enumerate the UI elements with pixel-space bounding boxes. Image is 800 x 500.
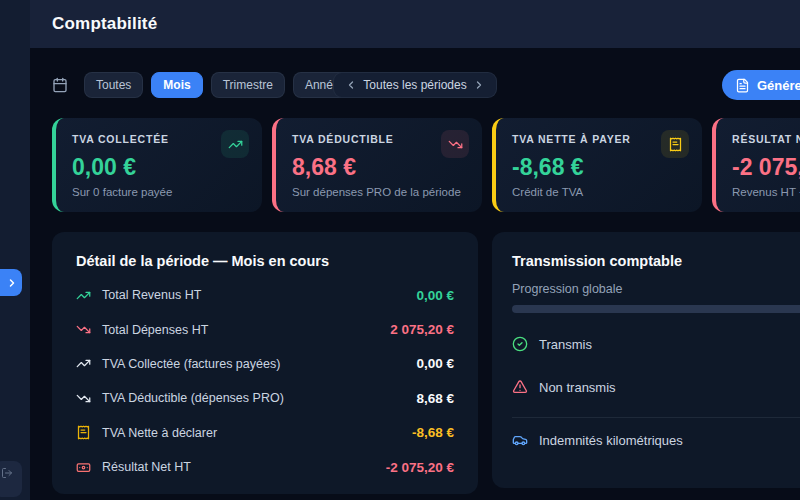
period-label: Toutes les périodes [363,78,466,92]
car-icon [512,432,528,448]
transmission-row-label: Indemnités kilométriques [539,433,683,448]
detail-row-value: -8,68 € [412,425,454,440]
kpi-icon-tile [441,130,469,158]
kpi-card-value: -8,68 € [512,154,688,181]
sidebar-logout-tile[interactable] [0,461,22,497]
detail-row-value: 0,00 € [416,356,454,371]
filter-row: Toutes Mois Trimestre Année [52,72,352,98]
chevron-left-icon [345,79,357,91]
receipt-icon [76,425,91,440]
trending-down-icon [76,322,91,337]
chevron-right-icon [6,277,18,289]
period-detail-title: Détail de la période — Mois en cours [76,253,454,269]
kpi-card-label: RÉSULTAT NET HT [732,133,800,145]
detail-row-label: TVA Nette à déclarer [102,426,217,440]
kpi-card-resultat-net: RÉSULTAT NET HT -2 075,20 € Revenus HT −… [712,118,800,212]
detail-row-value: -2 075,20 € [386,460,454,475]
kpi-card-subtitle: Sur dépenses PRO de la période [292,186,468,198]
kpi-card-subtitle: Sur 0 facture payée [72,186,248,198]
period-detail-rows: Total Revenus HT 0,00 € Total Dépenses H… [76,278,454,484]
tab-trimestre[interactable]: Trimestre [211,72,285,98]
trending-down-icon [448,137,463,152]
kpi-card-subtitle: Revenus HT − Dépenses HT [732,186,800,198]
alert-triangle-icon [512,379,528,395]
kpi-card-subtitle: Crédit de TVA [512,186,688,198]
kpi-card-tva-nette: TVA NETTE À PAYER -8,68 € Crédit de TVA [492,118,702,212]
period-selector[interactable]: Toutes les périodes [333,72,497,98]
trending-up-icon [76,288,91,303]
detail-row-label: Résultat Net HT [102,460,191,474]
kpi-icon-tile [221,130,249,158]
divider [512,417,800,418]
sidebar-expand-button[interactable] [0,269,22,296]
transmission-row-indemnites[interactable]: Indemnités kilométriques [512,428,800,452]
transmission-row-label: Transmis [539,337,592,352]
topbar: Comptabilité [30,0,800,48]
detail-row-label: TVA Déductible (dépenses PRO) [102,391,284,405]
detail-row-resultat-net: Résultat Net HT -2 075,20 € [76,450,454,484]
tab-toutes[interactable]: Toutes [84,72,143,98]
detail-row-total-revenus: Total Revenus HT 0,00 € [76,278,454,312]
detail-row-label: TVA Collectée (factures payées) [102,357,280,371]
generate-report-label: Générer l' [757,78,800,93]
kpi-card-value: 0,00 € [72,154,248,181]
file-text-icon [735,78,750,93]
page-title: Comptabilité [52,14,157,34]
detail-row-value: 0,00 € [416,288,454,303]
trending-down-icon [76,391,91,406]
detail-row-label: Total Dépenses HT [102,323,208,337]
period-prev-button[interactable] [345,79,357,91]
chevron-right-icon [473,79,485,91]
period-next-button[interactable] [473,79,485,91]
receipt-icon [668,137,683,152]
kpi-card-tva-deductible: TVA DÉDUCTIBLE 8,68 € Sur dépenses PRO d… [272,118,482,212]
trending-up-icon [228,137,243,152]
banknote-icon [76,460,91,475]
kpi-card-tva-collectee: TVA COLLECTÉE 0,00 € Sur 0 facture payée [52,118,262,212]
detail-row-tva-deductible: TVA Déductible (dépenses PRO) 8,68 € [76,381,454,415]
generate-report-button[interactable]: Générer l' [722,70,800,100]
transmission-row-label: Non transmis [539,380,616,395]
kpi-icon-tile [661,130,689,158]
kpi-card-value: 8,68 € [292,154,468,181]
detail-row-tva-nette: TVA Nette à déclarer -8,68 € [76,416,454,450]
transmission-row-non-transmis[interactable]: Non transmis [512,375,800,399]
calendar-icon [52,77,68,93]
detail-row-value: 8,68 € [416,391,454,406]
detail-row-total-depenses: Total Dépenses HT 2 075,20 € [76,312,454,346]
detail-row-tva-collectee: TVA Collectée (factures payées) 0,00 € [76,347,454,381]
transmission-panel: Transmission comptable Progression globa… [492,232,800,488]
logout-icon [1,467,13,479]
check-circle-icon [512,336,528,352]
detail-row-value: 2 075,20 € [390,322,454,337]
tab-mois[interactable]: Mois [151,72,202,98]
transmission-row-transmis[interactable]: Transmis [512,332,800,356]
progress-label: Progression globale [512,282,800,296]
trending-up-icon [76,356,91,371]
sidebar [0,0,30,500]
kpi-card-value: -2 075,20 € [732,154,800,181]
transmission-title: Transmission comptable [512,253,800,269]
detail-row-label: Total Revenus HT [102,288,201,302]
progress-bar [512,305,800,313]
period-detail-panel: Détail de la période — Mois en cours Tot… [52,232,478,494]
